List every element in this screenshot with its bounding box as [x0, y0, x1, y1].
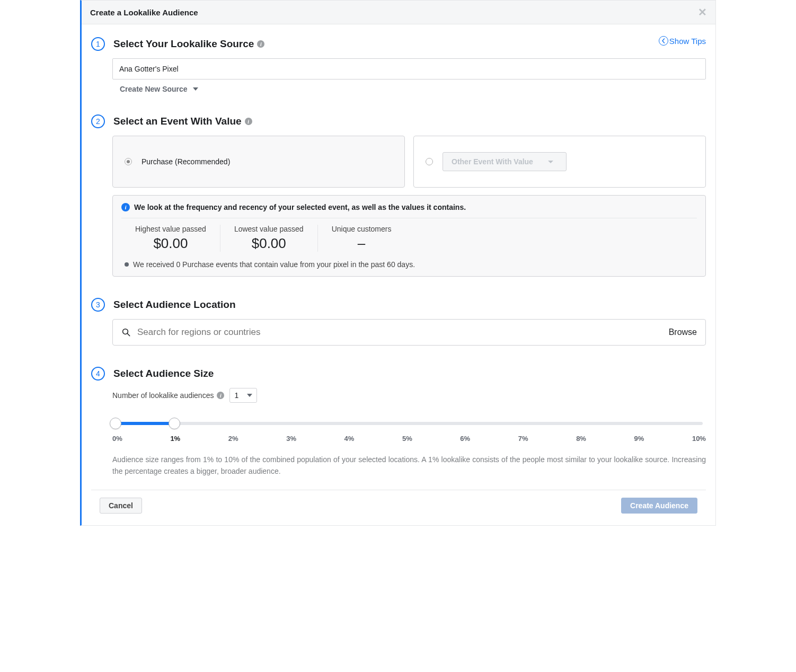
- other-event-label: Other Event With Value: [452, 157, 533, 166]
- stats-info-row: i We look at the frequency and recency o…: [121, 203, 697, 211]
- audience-size-slider[interactable]: 0% 1% 2% 3% 4% 5% 6% 7% 8% 9% 10%: [112, 422, 706, 443]
- step-3-header: 3 Select Audience Location: [91, 298, 706, 312]
- stats-info-text: We look at the frequency and recency of …: [134, 203, 466, 211]
- svg-line-1: [127, 333, 130, 336]
- tick: 5%: [402, 435, 412, 443]
- source-input-wrap: Create New Source: [112, 58, 706, 93]
- step-2-title: Select an Event With Value: [113, 116, 242, 127]
- modal-header: Create a Lookalike Audience ✕: [82, 1, 715, 24]
- slider-handle-end[interactable]: [169, 418, 180, 429]
- create-new-source-button[interactable]: Create New Source: [120, 85, 198, 93]
- step-4-section: 4 Select Audience Size Number of lookali…: [91, 367, 706, 477]
- caret-down-icon: [548, 161, 553, 163]
- tick: 2%: [228, 435, 238, 443]
- event-cards: Purchase (Recommended) Other Event With …: [112, 136, 706, 188]
- cancel-button[interactable]: Cancel: [100, 498, 142, 514]
- stat-highest-label: Highest value passed: [135, 225, 206, 233]
- tick: 6%: [460, 435, 470, 443]
- num-audiences-select[interactable]: 1: [229, 388, 257, 403]
- num-audiences-label: Number of lookalike audiences: [112, 391, 214, 400]
- stat-unique: Unique customers –: [317, 225, 405, 252]
- num-audiences-value: 1: [234, 391, 238, 400]
- caret-down-icon: [247, 394, 252, 397]
- lookalike-modal: Create a Lookalike Audience ✕ Show Tips …: [80, 0, 716, 526]
- step-3-title: Select Audience Location: [113, 299, 236, 311]
- close-icon[interactable]: ✕: [698, 6, 707, 19]
- create-new-source-label: Create New Source: [120, 85, 188, 93]
- modal-footer: Cancel Create Audience: [91, 490, 706, 521]
- modal-title: Create a Lookalike Audience: [90, 8, 198, 17]
- step-badge-1: 1: [91, 37, 105, 51]
- tick: 4%: [344, 435, 355, 443]
- step-badge-4: 4: [91, 367, 105, 381]
- slider-fill: [116, 422, 174, 425]
- info-filled-icon: i: [121, 203, 130, 211]
- slider-handle-start[interactable]: [110, 418, 121, 429]
- step-2-section: 2 Select an Event With Value i Purchase …: [91, 114, 706, 277]
- audience-size-note: Audience size ranges from 1% to 10% of t…: [112, 454, 706, 477]
- tick: 0%: [112, 435, 122, 443]
- search-icon: [121, 328, 131, 337]
- stat-unique-label: Unique customers: [332, 225, 392, 233]
- radio-unchecked-icon: [426, 158, 433, 165]
- stats-note: We received 0 Purchase events that conta…: [121, 260, 697, 269]
- step-3-section: 3 Select Audience Location Browse: [91, 298, 706, 346]
- location-search-box[interactable]: Browse: [112, 319, 706, 346]
- tick: 8%: [576, 435, 586, 443]
- tick: 9%: [634, 435, 644, 443]
- bullet-icon: [125, 262, 129, 267]
- stat-unique-value: –: [332, 235, 392, 252]
- stat-lowest: Lowest value passed $0.00: [220, 225, 317, 252]
- lookalike-source-input[interactable]: [112, 58, 706, 79]
- location-search-input[interactable]: [137, 327, 662, 338]
- stats-note-text: We received 0 Purchase events that conta…: [133, 260, 415, 269]
- event-stats-box: i We look at the frequency and recency o…: [112, 195, 706, 277]
- tick: 10%: [692, 435, 706, 443]
- stat-highest-value: $0.00: [135, 235, 206, 252]
- other-event-dropdown[interactable]: Other Event With Value: [443, 152, 567, 171]
- step-1-section: 1 Select Your Lookalike Source i Create …: [91, 37, 706, 93]
- slider-ticks: 0% 1% 2% 3% 4% 5% 6% 7% 8% 9% 10%: [112, 435, 706, 443]
- info-icon[interactable]: i: [245, 118, 252, 125]
- other-event-card[interactable]: Other Event With Value: [413, 136, 706, 188]
- browse-link[interactable]: Browse: [669, 328, 697, 337]
- radio-checked-icon: [125, 158, 132, 165]
- step-2-header: 2 Select an Event With Value i: [91, 114, 706, 128]
- stat-lowest-label: Lowest value passed: [234, 225, 304, 233]
- step-badge-2: 2: [91, 114, 105, 128]
- info-icon[interactable]: i: [257, 40, 264, 48]
- num-audiences-row: Number of lookalike audiences i 1: [112, 388, 706, 403]
- step-badge-3: 3: [91, 298, 105, 312]
- tick: 1%: [170, 435, 180, 443]
- purchase-event-label: Purchase (Recommended): [141, 157, 230, 166]
- create-audience-button[interactable]: Create Audience: [621, 498, 697, 514]
- tick: 7%: [518, 435, 528, 443]
- slider-track: [116, 422, 703, 425]
- caret-down-icon: [193, 87, 198, 91]
- modal-body: Show Tips 1 Select Your Lookalike Source…: [82, 24, 715, 525]
- purchase-event-card[interactable]: Purchase (Recommended): [112, 136, 405, 188]
- stats-row: Highest value passed $0.00 Lowest value …: [121, 218, 697, 257]
- step-4-header: 4 Select Audience Size: [91, 367, 706, 381]
- stat-highest: Highest value passed $0.00: [121, 225, 220, 252]
- info-icon[interactable]: i: [217, 392, 224, 399]
- stat-lowest-value: $0.00: [234, 235, 304, 252]
- tick: 3%: [286, 435, 296, 443]
- step-1-title: Select Your Lookalike Source: [113, 38, 254, 50]
- step-1-header: 1 Select Your Lookalike Source i: [91, 37, 706, 51]
- step-4-title: Select Audience Size: [113, 368, 214, 379]
